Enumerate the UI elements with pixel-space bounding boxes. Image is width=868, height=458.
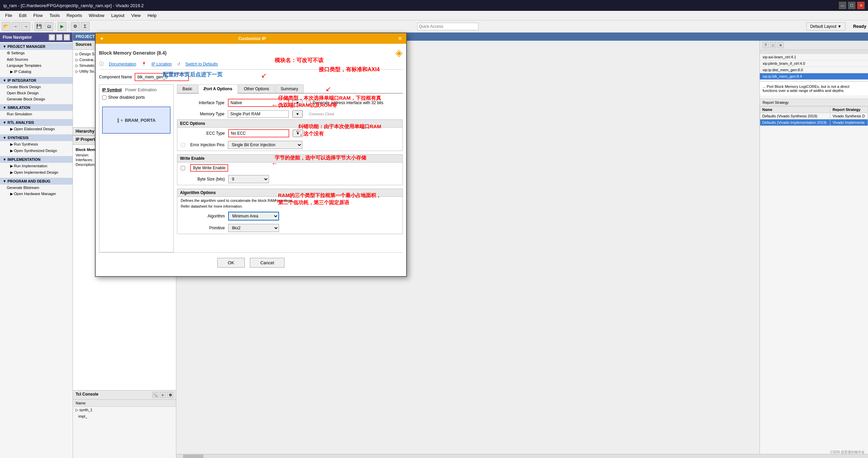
tb-run-button[interactable]: ▶ bbox=[58, 22, 66, 31]
open-implemented-design-item[interactable]: ▶ Open Implemented Design bbox=[0, 169, 73, 176]
tb-settings-button[interactable]: ⚙ bbox=[71, 22, 80, 31]
show-disabled-ports-checkbox[interactable] bbox=[102, 95, 106, 100]
project-manager-title[interactable]: ▼ PROJECT MANAGER bbox=[0, 43, 73, 50]
component-name-input[interactable]: blk_mem_gen_0 bbox=[135, 73, 189, 81]
ok-button[interactable]: OK bbox=[217, 258, 245, 268]
flow-nav-icon-help[interactable]: ? bbox=[56, 34, 62, 40]
quick-access-input[interactable] bbox=[417, 23, 478, 30]
rtl-analysis-title[interactable]: ▼ RTL ANALYSIS bbox=[0, 119, 73, 126]
generate-bitstream-item[interactable]: Generate Bitstream bbox=[0, 185, 73, 191]
open-hardware-manager-item[interactable]: ▶ Open Hardware Manager bbox=[0, 191, 73, 197]
menu-help[interactable]: Help bbox=[144, 12, 160, 19]
simulation-title[interactable]: ▼ SIMULATION bbox=[0, 104, 73, 111]
horizontal-scrollbar[interactable] bbox=[176, 454, 868, 458]
ip-symbol-tab[interactable]: IP Symbol bbox=[102, 88, 122, 92]
interface-type-label: Interface Type bbox=[180, 100, 224, 105]
rp-icon-min[interactable]: □ bbox=[770, 42, 776, 48]
menu-layout[interactable]: Layout bbox=[108, 12, 128, 19]
error-injection-select[interactable]: Single Bit Error Injection bbox=[228, 141, 302, 149]
error-injection-checkbox[interactable] bbox=[181, 143, 185, 147]
toolbar: 📂 ← → 💾 🗂 ▶ ⚙ Σ Default Layout ▼ Ready bbox=[0, 20, 868, 33]
minimize-button[interactable]: — bbox=[839, 2, 846, 9]
add-sources-item[interactable]: Add Sources bbox=[0, 56, 73, 62]
report-row-2[interactable]: Defaults (Vivado Implementation 2019) Vi… bbox=[760, 119, 868, 126]
basic-tab[interactable]: Basic bbox=[177, 84, 198, 93]
memory-type-dropdown[interactable]: ▼ bbox=[292, 110, 303, 118]
ip-catalog-item[interactable]: ▶ IP Catalog bbox=[0, 69, 73, 75]
menu-reports[interactable]: Reports bbox=[63, 12, 85, 19]
right-panel-item-2[interactable]: xip:plimb_bram_if_ctrl:4.0 bbox=[760, 60, 868, 67]
menu-edit[interactable]: Edit bbox=[16, 12, 30, 19]
tb-open-button[interactable]: 📂 bbox=[2, 22, 11, 31]
language-templates-item[interactable]: Language Templates bbox=[0, 62, 73, 69]
algorithm-select[interactable]: Minimum Area bbox=[228, 212, 279, 221]
byte-size-select[interactable]: 9 bbox=[228, 175, 269, 183]
menu-flow[interactable]: Flow bbox=[30, 12, 46, 19]
settings-item[interactable]: ⚙ Settings bbox=[0, 50, 73, 56]
interface-type-input[interactable]: Native bbox=[228, 99, 289, 107]
tcl-console-label: Tcl Console bbox=[76, 392, 98, 398]
tcl-filter-icon[interactable]: ≡ bbox=[160, 392, 166, 398]
dialog-close-button[interactable]: ✕ bbox=[398, 35, 402, 42]
port-a-options-tab[interactable]: Port A Options bbox=[198, 84, 238, 94]
menu-file[interactable]: File bbox=[2, 12, 16, 19]
synthesis-title[interactable]: ▼ SYNTHESIS bbox=[0, 134, 73, 141]
right-panel-item-3[interactable]: xip:ip:dist_mem_gen:8.0 bbox=[760, 67, 868, 73]
ip-integrator-title[interactable]: ▼ IP INTEGRATOR bbox=[0, 77, 73, 84]
rtl-analysis-section: ▼ RTL ANALYSIS ▶ Open Elaborated Design bbox=[0, 118, 73, 133]
power-estimation-tab[interactable]: Power Estimation bbox=[125, 88, 157, 92]
algorithm-label: Algorithm bbox=[181, 214, 225, 218]
summary-tab[interactable]: Summary bbox=[275, 84, 303, 93]
open-elaborated-design-item[interactable]: ▶ Open Elaborated Design bbox=[0, 126, 73, 132]
byte-write-enable-checkbox[interactable] bbox=[181, 166, 185, 170]
documentation-tab-link[interactable]: Documentation bbox=[109, 62, 136, 66]
menu-view[interactable]: View bbox=[128, 12, 144, 19]
flow-nav-icon-pin[interactable]: ⊞ bbox=[49, 34, 55, 40]
ecc-type-dropdown[interactable]: ▼ bbox=[293, 130, 303, 137]
open-block-design-item[interactable]: Open Block Design bbox=[0, 90, 73, 96]
tb-sigma-button[interactable]: Σ bbox=[81, 22, 90, 31]
cancel-button[interactable]: Cancel bbox=[250, 258, 284, 268]
other-options-tab[interactable]: Other Options bbox=[238, 84, 275, 93]
right-panel-item-4[interactable]: xip:ip:blk_mem_gen:8.4 bbox=[760, 73, 868, 80]
create-block-design-item[interactable]: Create Block Design bbox=[0, 84, 73, 90]
tcl-search-icon[interactable]: 🔍 bbox=[152, 392, 158, 398]
menu-tools[interactable]: Tools bbox=[46, 12, 63, 19]
program-debug-title[interactable]: ▼ PROGRAM AND DEBUG bbox=[0, 178, 73, 185]
report-strategy-1: Vivado Synthesis D bbox=[830, 113, 868, 119]
maximize-button[interactable]: ☐ bbox=[848, 2, 855, 9]
switch-defaults-tab-link[interactable]: Switch to Defaults bbox=[185, 62, 218, 66]
generate-address-checkbox[interactable] bbox=[306, 101, 311, 105]
ip-location-tab-link[interactable]: IP Location bbox=[152, 62, 172, 66]
impl-item[interactable]: impl_ bbox=[73, 413, 176, 419]
run-simulation-item[interactable]: Run Simulation bbox=[0, 111, 73, 117]
hscroll-thumb[interactable] bbox=[183, 455, 203, 458]
tb-back-button[interactable]: ← bbox=[12, 22, 20, 31]
close-button[interactable]: ✕ bbox=[857, 2, 865, 9]
implementation-title[interactable]: ▼ IMPLEMENTATION bbox=[0, 156, 73, 163]
interface-type-dropdown[interactable]: ▼ bbox=[292, 99, 303, 107]
run-implementation-item[interactable]: ▶ Run Implementation bbox=[0, 163, 73, 169]
tb-save-button[interactable]: 💾 bbox=[35, 22, 43, 31]
tb-save-all-button[interactable]: 🗂 bbox=[44, 22, 53, 31]
tb-forward-button[interactable]: → bbox=[21, 22, 30, 31]
primitive-select[interactable]: 8kx2 bbox=[228, 224, 279, 232]
rp-icon-close[interactable]: ✕ bbox=[777, 42, 784, 48]
right-panel-item-1[interactable]: xip:axi-bram_ctrl:4.1 bbox=[760, 54, 868, 60]
error-injection-row: Error Injection Pins Single Bit Error In… bbox=[177, 139, 402, 151]
tcl-console-panel: Tcl Console 🔍 ≡ ⚙ Name ▷ synth_1 impl_ bbox=[73, 390, 176, 458]
synth-item[interactable]: ▷ synth_1 bbox=[73, 407, 176, 413]
report-row-1[interactable]: Defaults (Vivado Synthesis 2019) Vivado … bbox=[760, 113, 868, 119]
right-panel-scrollbar[interactable] bbox=[760, 50, 868, 54]
common-clock-label: Common Clock bbox=[309, 112, 334, 116]
tcl-gear-icon[interactable]: ⚙ bbox=[167, 392, 173, 398]
open-synthesized-design-item[interactable]: ▶ Open Synthesized Design bbox=[0, 148, 73, 154]
generate-block-design-item[interactable]: Generate Block Design bbox=[0, 96, 73, 102]
component-name-row: Component Name blk_mem_gen_0 bbox=[99, 73, 403, 81]
rp-icon-help[interactable]: ? bbox=[763, 42, 769, 48]
run-synthesis-item[interactable]: ▶ Run Synthesis bbox=[0, 141, 73, 148]
ip-symbol-tab-bar: IP Symbol Power Estimation bbox=[102, 88, 171, 92]
flow-nav-icon-close[interactable]: ✕ bbox=[64, 34, 70, 40]
menu-window[interactable]: Window bbox=[85, 12, 108, 19]
default-layout-button[interactable]: Default Layout ▼ bbox=[806, 22, 845, 31]
